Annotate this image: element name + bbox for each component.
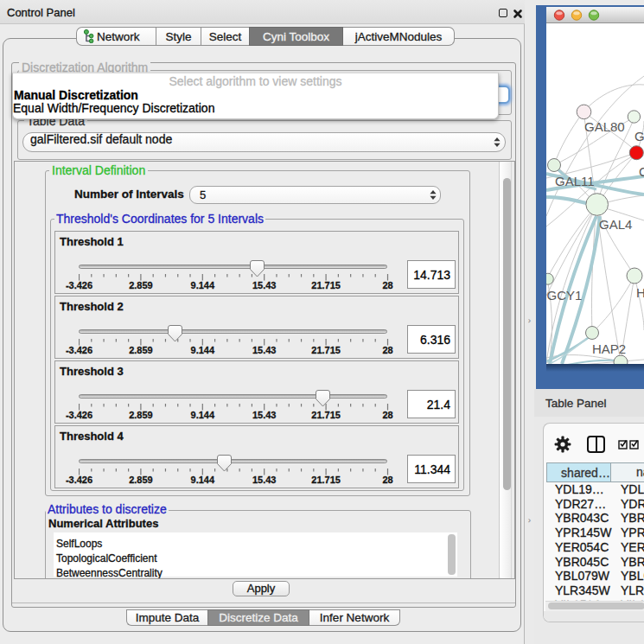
svg-text:GCY1: GCY1 — [547, 288, 583, 303]
svg-text:GAL80: GAL80 — [584, 119, 625, 134]
svg-text:GA: GA — [634, 129, 644, 143]
svg-text:HA: HA — [636, 285, 644, 300]
svg-text:GAL11: GAL11 — [555, 174, 595, 188]
svg-text:CA: CA — [639, 164, 644, 179]
svg-text:GAL4: GAL4 — [599, 217, 632, 232]
svg-text:HAP2: HAP2 — [592, 341, 626, 356]
